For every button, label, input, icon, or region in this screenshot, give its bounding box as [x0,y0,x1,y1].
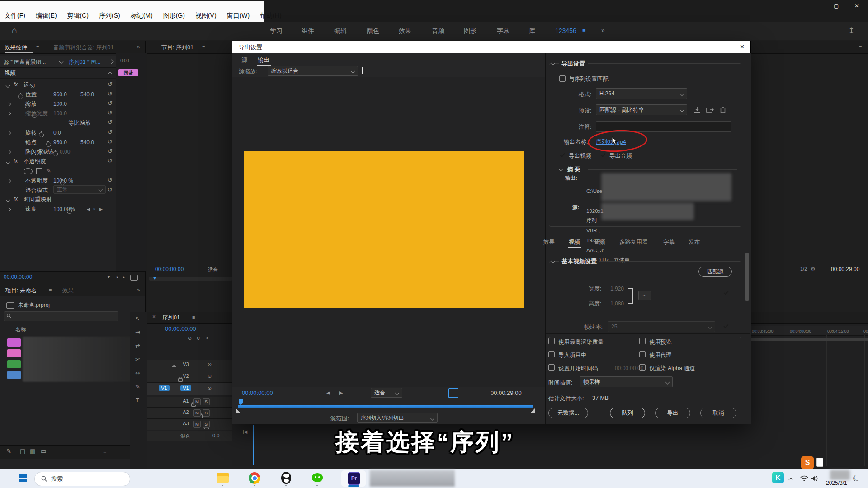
tab-assembly[interactable]: 组件 [302,27,314,35]
mix-track-value[interactable]: 0.0 [212,433,219,438]
import-preset-icon[interactable] [706,106,714,113]
dialog-close-icon[interactable]: ✕ [740,43,745,50]
kf-prev-icon[interactable]: ◀ [87,207,90,211]
tab-audio-mixer[interactable]: 音频剪辑混合器: 序列01 [53,44,113,52]
start-button[interactable] [19,474,27,482]
range-handle-right[interactable] [531,408,535,413]
search-box[interactable] [4,311,118,321]
time-remap-label[interactable]: 时间重映射 [24,196,52,203]
tab-program[interactable]: 节目: 序列01 [161,44,193,52]
timeline-menu-icon[interactable]: ≡ [192,314,195,320]
match-source-button[interactable]: 匹配源 [698,267,732,277]
reset-icon[interactable]: ↺ [108,119,113,126]
ripple-edit-tool-icon[interactable]: ⇄ [135,343,140,349]
program-settings-wrench-icon[interactable]: ⚙ [811,266,816,272]
go-to-in-icon[interactable]: |◀ [243,429,247,434]
preset-select[interactable]: 匹配源 - 高比特率 [596,104,687,115]
snap-magnet-icon[interactable]: ∪ [197,335,200,341]
tab-video[interactable]: 视频 [569,239,580,246]
reset-icon[interactable]: ↺ [108,109,113,116]
opacity-value[interactable]: 100.0 % [53,178,73,184]
blend-mode-select[interactable]: 正常 [53,185,106,194]
tab-effects[interactable]: 效果 [399,27,411,35]
ellipse-mask-icon[interactable] [24,168,33,174]
track-label-v1[interactable]: V1 [180,385,191,391]
section-collapse-icon[interactable] [108,72,113,76]
reset-icon[interactable]: ↺ [108,148,113,155]
metadata-button[interactable]: 元数据... [548,408,588,418]
flicker-expand-icon[interactable] [7,150,11,155]
film-icon[interactable]: ▭ [41,448,46,455]
tab-learn[interactable]: 学习 [270,27,283,35]
tab-audio2[interactable]: 音频 [594,239,605,246]
tab-captions[interactable]: 字幕 [497,27,509,35]
settings-scrollbar[interactable] [745,253,749,301]
position-x-value[interactable]: 960.0 [53,91,67,98]
menu-marker[interactable]: 标记(M) [131,12,153,20]
clip-badge[interactable]: 国蓝 [118,69,138,76]
position-y-value[interactable]: 540.0 [80,91,94,98]
maximize-icon[interactable]: ▢ [834,3,839,9]
remap-collapse-icon[interactable] [6,198,10,202]
max-quality-checkbox[interactable] [548,338,555,344]
menu-window[interactable]: 窗口(W) [227,12,250,20]
kf-next-icon[interactable]: ▶ [99,207,103,211]
save-preset-icon[interactable] [693,106,701,113]
tab-sequence[interactable]: 序列01 [162,314,180,322]
share-icon[interactable]: ↥ [848,26,854,35]
range-bar[interactable] [238,405,533,408]
framerate-select[interactable]: 25 [608,321,715,332]
reset-icon[interactable]: ↺ [108,157,113,164]
track-label-v2[interactable]: V2 [180,373,191,379]
source-clip-label[interactable]: 源 * 国蓝背景图... [4,58,46,66]
link-chain-icon[interactable]: ∞ [638,291,651,300]
track-label-v3[interactable]: V3 [180,361,191,367]
dialog-titlebar[interactable] [232,41,750,53]
tab-libraries[interactable]: 库 [529,27,535,35]
stopwatch-icon[interactable] [53,151,58,156]
timeline-timecode[interactable]: 00:00:00:00 [165,325,196,332]
reset-icon[interactable]: ↺ [108,100,113,107]
rotation-expand-icon[interactable] [7,131,11,136]
menu-file[interactable]: 文件(F) [5,12,25,20]
eye-icon[interactable]: ⊙ [188,335,192,341]
anchor-y-value[interactable]: 540.0 [80,139,94,145]
kf-add-icon[interactable]: ○ [93,206,95,211]
crop-icon[interactable] [448,388,458,398]
reset-icon[interactable]: ↺ [108,186,113,193]
timeline-scrollbar[interactable] [750,338,868,341]
dialog-timecode-in[interactable]: 00:00:00:00 [242,389,273,396]
razor-tool-icon[interactable]: ✂ [135,356,140,363]
queue-button[interactable]: 队列 [610,408,645,418]
track-eye-icon[interactable]: ⊙ [208,361,212,367]
tab-effects2[interactable]: 效果 [543,239,555,246]
qq-icon[interactable] [281,472,291,484]
dialog-tab-source[interactable]: 源 [241,56,247,64]
list-view-icon[interactable]: ▤ [20,448,25,455]
menu-graphics[interactable]: 图形(G) [163,12,185,20]
use-proxies-checkbox[interactable] [639,351,646,357]
menu-view[interactable]: 视图(V) [195,12,217,20]
reset-icon[interactable]: ↺ [108,90,113,97]
item-swatch[interactable] [7,360,21,368]
slip-tool-icon[interactable]: ⇿ [135,370,140,376]
speed-value[interactable]: 100.00% [53,206,75,212]
k-app-icon[interactable]: K [772,472,784,483]
match-sequence-checkbox[interactable] [559,75,566,82]
source-track-v1[interactable]: V1 [159,385,170,391]
tab-graphics[interactable]: 图形 [464,27,476,35]
scale-expand-icon[interactable] [7,102,11,107]
scale-width-expand-icon[interactable] [7,112,11,116]
item-swatch[interactable] [7,371,21,379]
icon-view-icon[interactable]: ▦ [30,448,35,455]
edit-icon[interactable]: ✎ [6,448,11,455]
play-icon[interactable]: ▸ [123,274,125,279]
selection-tool-icon[interactable]: ↖ [135,315,140,322]
mute-toggle[interactable]: M [193,421,201,428]
format-select[interactable]: H.264 [596,88,687,99]
type-tool-icon[interactable]: T [136,397,139,404]
floating-doc-icon[interactable] [816,458,823,467]
speed-expand-icon[interactable] [7,207,11,212]
name-column-header[interactable]: 名称 [15,326,26,333]
mute-toggle[interactable]: M [193,409,201,417]
